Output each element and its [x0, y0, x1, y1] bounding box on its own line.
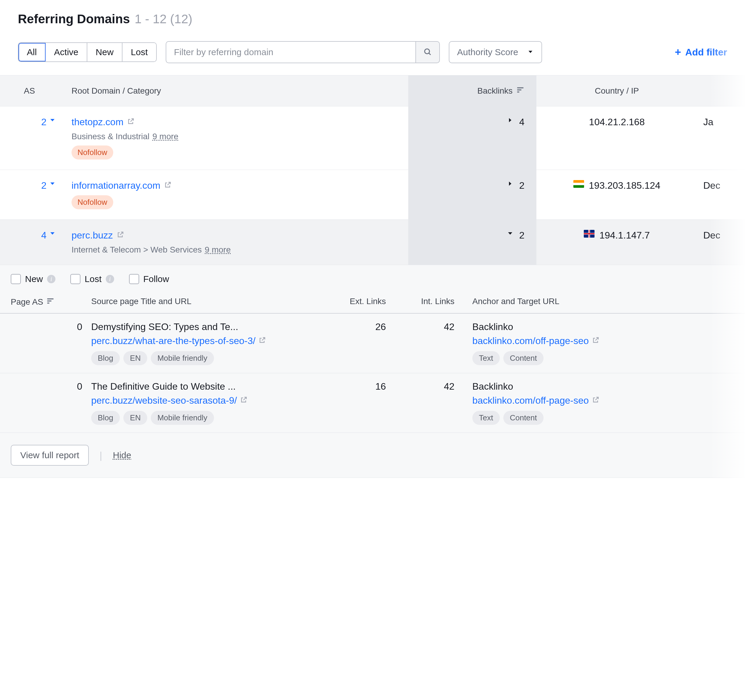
divider: | — [100, 450, 102, 461]
checkbox-new[interactable] — [11, 274, 21, 284]
source-title: The Definitive Guide to Website ... — [91, 381, 236, 392]
svg-rect-6 — [47, 301, 51, 302]
col-date — [697, 75, 745, 106]
sub-table-header: Page AS Source page Title and URL Ext. L… — [0, 290, 745, 313]
page-as-value: 0 — [11, 321, 91, 365]
view-full-report-button[interactable]: View full report — [11, 445, 89, 466]
date-cell: Dec — [697, 220, 745, 265]
domain-text: thetopz.com — [72, 117, 123, 127]
external-link-icon[interactable] — [117, 230, 124, 241]
checkbox-follow[interactable] — [129, 274, 139, 284]
target-url[interactable]: backlinko.com/off-page-seo — [472, 395, 600, 406]
source-url[interactable]: perc.buzz/website-seo-sarasota-9/ — [91, 395, 237, 406]
svg-rect-7 — [47, 303, 49, 304]
external-link-icon[interactable] — [164, 180, 172, 191]
info-icon[interactable]: i — [106, 275, 114, 283]
filter-domain-input[interactable] — [166, 41, 416, 63]
result-range: 1 - 12 (12) — [135, 12, 193, 26]
svg-rect-4 — [517, 91, 519, 93]
chevron-down-icon — [49, 117, 56, 124]
authority-score-dropdown[interactable]: Authority Score — [449, 41, 542, 63]
add-filter-label: Add filter — [685, 47, 727, 58]
category-more[interactable]: 9 more — [152, 132, 178, 141]
authority-score-cell[interactable]: 4 — [0, 220, 66, 265]
external-link-icon[interactable] — [240, 396, 248, 405]
int-links-value: 42 — [386, 321, 455, 365]
add-filter-button[interactable]: + Add filter — [675, 46, 727, 58]
ip-cell: 193.203.185.124 — [536, 170, 697, 219]
chevron-down-icon — [49, 180, 56, 187]
ip-text: 194.1.147.7 — [599, 230, 650, 241]
page-as-value: 0 — [11, 381, 91, 425]
col-root-domain[interactable]: Root Domain / Category — [66, 75, 408, 106]
checkbox-follow-label: Follow — [143, 274, 169, 284]
col-backlinks-label: Backlinks — [477, 86, 513, 96]
source-tag: EN — [123, 351, 147, 365]
authority-score-value: 4 — [41, 230, 46, 241]
domain-link[interactable]: thetopz.com — [72, 117, 135, 127]
int-links-value: 42 — [386, 381, 455, 425]
authority-score-value: 2 — [41, 180, 46, 191]
tab-lost[interactable]: Lost — [123, 43, 156, 61]
col-int-links[interactable]: Int. Links — [386, 297, 455, 307]
backlinks-count: 2 — [519, 180, 525, 191]
target-url[interactable]: backlinko.com/off-page-seo — [472, 336, 600, 346]
source-url[interactable]: perc.buzz/what-are-the-types-of-seo-3/ — [91, 336, 255, 346]
ext-links-value: 16 — [317, 381, 386, 425]
domain-text: informationarray.com — [72, 180, 160, 191]
col-source[interactable]: Source page Title and URL — [91, 297, 317, 307]
ip-text: 193.203.185.124 — [589, 180, 660, 191]
checkbox-lost[interactable] — [70, 274, 81, 284]
col-as[interactable]: AS — [0, 75, 66, 106]
chevron-right-icon — [507, 117, 514, 124]
backlinks-cell[interactable]: 2 — [408, 170, 536, 219]
col-country[interactable]: Country / IP — [536, 75, 697, 106]
chevron-right-icon — [507, 180, 514, 187]
flag-uk-icon — [584, 230, 594, 238]
backlinks-cell[interactable]: 4 — [408, 106, 536, 169]
info-icon[interactable]: i — [47, 275, 55, 283]
category-more[interactable]: 9 more — [205, 245, 230, 255]
chevron-down-icon — [527, 47, 534, 57]
backlinks-cell[interactable]: 2 — [408, 220, 536, 265]
backlinks-count: 4 — [519, 117, 525, 127]
backlinks-count: 2 — [519, 230, 525, 241]
nofollow-badge: Nofollow — [72, 195, 113, 209]
external-link-icon[interactable] — [127, 117, 135, 127]
checkbox-lost-label: Lost — [85, 274, 102, 284]
external-link-icon[interactable] — [592, 336, 600, 346]
anchor-tag: Text — [472, 411, 500, 425]
authority-score-cell[interactable]: 2 — [0, 106, 66, 169]
col-ext-links[interactable]: Ext. Links — [317, 297, 386, 307]
sort-desc-icon — [516, 85, 525, 96]
domain-text: perc.buzz — [72, 230, 113, 241]
chevron-down-icon — [49, 230, 56, 237]
source-tag: Mobile friendly — [151, 411, 214, 425]
flag-india-icon — [573, 180, 584, 188]
nofollow-badge: Nofollow — [72, 145, 113, 159]
domain-link[interactable]: informationarray.com — [72, 180, 172, 191]
tab-active[interactable]: Active — [46, 43, 87, 61]
anchor-tag: Content — [503, 411, 543, 425]
chevron-down-icon — [507, 230, 514, 237]
search-button[interactable] — [416, 41, 440, 63]
hide-button[interactable]: Hide — [113, 450, 132, 460]
authority-score-cell[interactable]: 2 — [0, 170, 66, 219]
external-link-icon[interactable] — [592, 395, 600, 406]
external-link-icon[interactable] — [258, 336, 266, 346]
domain-link[interactable]: perc.buzz — [72, 230, 124, 241]
col-anchor[interactable]: Anchor and Target URL — [455, 297, 699, 307]
date-cell: Ja — [697, 106, 745, 169]
col-page-as[interactable]: Page AS — [11, 297, 91, 307]
backlink-row: 0 Demystifying SEO: Types and Te... perc… — [0, 313, 745, 373]
date-cell: Dec — [697, 170, 745, 219]
tab-new[interactable]: New — [87, 43, 123, 61]
col-backlinks[interactable]: Backlinks — [408, 75, 536, 106]
ip-cell: 104.21.2.168 — [536, 106, 697, 169]
ip-text: 104.21.2.168 — [589, 117, 645, 127]
backlinks-subpanel: New i Lost i Follow Page AS Source page … — [0, 265, 745, 478]
ip-cell: 194.1.147.7 — [536, 220, 697, 265]
svg-rect-5 — [47, 298, 53, 300]
tab-all[interactable]: All — [18, 43, 46, 61]
anchor-text: Backlinko — [472, 381, 513, 392]
